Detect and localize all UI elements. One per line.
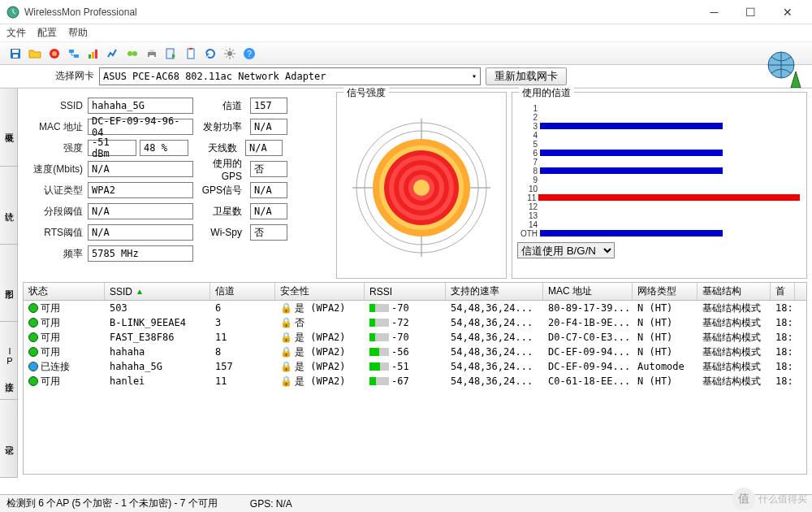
channel-filter-select[interactable]: 信道使用 B/G/N [517,242,615,258]
ssid-value: hahaha_5G [88,98,193,114]
strength-label: 强度 [23,141,88,155]
table-row[interactable]: 可用 hanlei11 🔒是 (WPA2) -67 54,48,36,24...… [24,374,806,388]
stats-icon[interactable] [84,45,102,63]
print-icon[interactable] [143,45,161,63]
svg-text:?: ? [247,50,252,59]
statusbar: 检测到 6 个AP (5 个加密 - 1 个未加密) - 7 个可用 GPS: … [0,494,812,512]
ap-table: 状态 SSID▲ 信道 安全性 RSSI 支持的速率 MAC 地址 网络类型 基… [23,282,807,475]
channel-bar-row: 6 [519,149,800,157]
gpssig-value: N/A [250,182,287,198]
th-mac[interactable]: MAC 地址 [543,283,633,300]
menu-file[interactable]: 文件 [6,26,26,40]
svg-point-19 [227,51,232,56]
freq-label: 频率 [23,247,88,261]
vtab-summary[interactable]: 概要 [0,89,17,167]
clipboard-icon[interactable] [182,45,200,63]
menu-config[interactable]: 配置 [37,26,57,40]
th-nettype[interactable]: 网络类型 [633,283,698,300]
svg-rect-10 [95,50,97,59]
gps-value: 否 [250,161,287,177]
folder-icon[interactable] [26,45,44,63]
main-content: 概要 统计 图形 IP 连接 记录 SSIDhahaha_5G信道157 MAC… [0,88,812,478]
info-grid: SSIDhahaha_5G信道157 MAC 地址DC-EF-09-94-96-… [23,92,331,279]
watermark-text: 什么值得买 [758,492,807,506]
table-row[interactable]: 可用 FAST_E38F8611 🔒是 (WPA2) -70 54,48,36,… [24,330,806,345]
th-security[interactable]: 安全性 [275,283,365,300]
channel-bar-row: 4 [519,131,800,139]
menubar: 文件 配置 帮助 [0,24,812,42]
save-icon[interactable] [6,45,24,63]
nic-selected: ASUS PCE-AC68 802.11ac Network Adapter [103,71,326,82]
signal-title: 信号强度 [343,86,389,100]
vtab-ipconn[interactable]: IP 连接 [0,322,17,400]
mac-value: DC-EF-09-94-96-04 [88,119,193,135]
rts-value: N/A [88,224,193,241]
sat-value: N/A [250,203,287,219]
th-channel[interactable]: 信道 [210,283,275,300]
svg-rect-17 [188,49,194,59]
table-row[interactable]: 已连接 hahaha_5G157 🔒是 (WPA2) -51 54,48,36,… [24,359,806,374]
refresh-icon[interactable] [201,45,219,63]
table-row[interactable]: 可用 B-LINK_9EEAE43 🔒否 -72 54,48,36,24...2… [24,315,806,330]
close-button[interactable]: ✕ [769,1,806,24]
nic-select[interactable]: ASUS PCE-AC68 802.11ac Network Adapter ▾ [99,67,481,85]
channel-bar-row: 3 [519,122,800,130]
th-last[interactable]: 首 [771,283,795,300]
graph-icon[interactable] [104,45,122,63]
gps-label: 使用的GPS [193,157,245,182]
svg-rect-15 [149,55,154,59]
export-icon[interactable] [162,45,180,63]
network-icon[interactable] [65,45,83,63]
minimize-button[interactable]: ─ [696,1,732,24]
channel-bar-row: 13 [519,211,800,219]
svg-rect-8 [89,54,91,59]
gpssig-label: GPS信号 [193,184,245,197]
th-rate[interactable]: 支持的速率 [446,283,543,300]
signal-strength-box: 信号强度 [336,92,507,279]
help-icon[interactable]: ? [240,45,258,63]
svg-rect-9 [92,52,94,59]
table-row[interactable]: 可用 5036 🔒是 (WPA2) -70 54,48,36,24...80-8… [24,301,806,315]
strength-pct: 48 % [140,140,188,156]
channel-bar-row: 5 [519,140,800,148]
channel-label: 信道 [193,99,245,113]
ant-value: N/A [245,140,283,156]
txpower-value: N/A [250,119,287,135]
th-status[interactable]: 状态 [24,283,105,300]
menu-help[interactable]: 帮助 [68,26,88,40]
speed-label: 速度(Mbits) [23,163,88,176]
vtab-log[interactable]: 记录 [0,400,17,478]
settings-icon[interactable] [221,45,239,63]
txpower-label: 发射功率 [193,120,245,134]
auth-value: WPA2 [88,182,193,198]
status-left: 检测到 6 个AP (5 个加密 - 1 个未加密) - 7 个可用 [6,497,218,510]
connect-icon[interactable] [123,45,141,63]
frag-label: 分段阈值 [23,205,88,219]
signal-radar-icon [348,115,495,261]
vtab-graph[interactable]: 图形 [0,245,17,323]
th-infra[interactable]: 基础结构 [698,283,771,300]
reload-nic-button[interactable]: 重新加载网卡 [486,67,567,85]
svg-rect-3 [13,54,18,58]
th-ssid[interactable]: SSID▲ [105,283,210,300]
maximize-button[interactable]: ☐ [732,1,769,24]
window-title: WirelessMon Professional [24,7,696,18]
channel-bar-row: 11 [519,193,800,202]
svg-rect-14 [149,50,154,52]
th-rssi[interactable]: RSSI [365,283,446,300]
channel-bar-row: 9 [519,176,800,184]
svg-point-12 [132,51,137,56]
mac-label: MAC 地址 [23,120,88,134]
svg-point-33 [413,180,430,196]
sat-label: 卫星数 [193,205,245,219]
channel-bar-row: 10 [519,184,800,193]
speed-value: N/A [88,161,193,177]
svg-point-11 [127,51,132,56]
sort-asc-icon: ▲ [136,287,144,296]
table-row[interactable]: 可用 hahaha8 🔒是 (WPA2) -56 54,48,36,24...D… [24,345,806,359]
svg-rect-18 [189,48,192,50]
globe-antenna-icon [767,50,804,88]
record-icon[interactable] [45,45,63,63]
channel-bar-row: 1 [519,104,800,112]
vtab-stats[interactable]: 统计 [0,167,17,245]
